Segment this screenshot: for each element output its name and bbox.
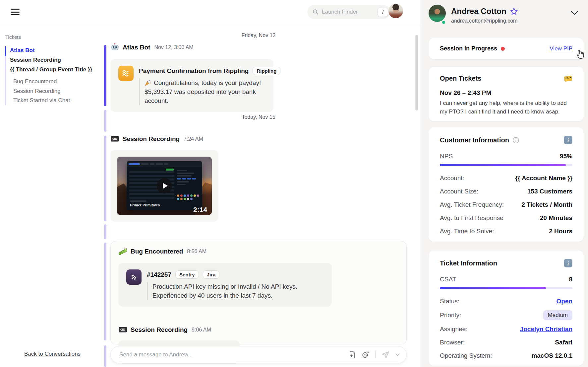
- row-label: Priority:: [440, 312, 461, 319]
- row-label: Avg. Time to Solve:: [440, 228, 494, 235]
- sidebar-item-atlas-bot[interactable]: Atlas Bot: [10, 47, 35, 54]
- customer-info-title: Customer Information: [440, 136, 509, 144]
- nps-label: NPS: [440, 153, 453, 160]
- bug-quote: Production API key missing or Invalid / …: [147, 282, 297, 300]
- info-row-account: Account: {{ Account Name }}: [440, 174, 572, 183]
- thread-rail: [104, 345, 106, 367]
- video-duration: 2:14: [193, 206, 207, 214]
- message-composer[interactable]: [110, 346, 407, 363]
- row-value: {{ Account Name }}: [515, 175, 572, 182]
- composer-divider: [375, 351, 376, 358]
- search-input[interactable]: Launch Finder /: [307, 5, 390, 19]
- info-outline-icon[interactable]: [512, 137, 519, 144]
- party-popper-icon: [145, 80, 151, 86]
- bug-line2-suffix: .: [271, 292, 272, 299]
- row-label: Avg. to First Response: [440, 214, 503, 222]
- nps-progress-track: [440, 164, 572, 166]
- customer-name: Andrea Cotton: [451, 7, 506, 16]
- thread-rail: [104, 243, 106, 340]
- collapse-panel-chevron-icon[interactable]: [571, 11, 578, 17]
- ticket-preview-text: I can never get any help, where is the a…: [440, 99, 572, 116]
- csat-progress-fill: [440, 287, 546, 289]
- sidebar-item-thread-title[interactable]: {{ Thread / Group Event Title }}: [10, 66, 92, 73]
- row-value: 153 Customers: [527, 188, 572, 195]
- row-value: Safari: [555, 339, 572, 346]
- info-row-first-response: Avg. to First Response 20 Minutes: [440, 214, 572, 222]
- info-row-ticket-frequency: Avg. Ticket Frequency: 2 Tickets / Month: [440, 200, 572, 209]
- attach-file-icon[interactable]: [349, 351, 356, 359]
- info-row-status: Status: Open: [440, 297, 572, 306]
- payment-line2: $5,393.17 was deposited into your bank a…: [145, 87, 280, 105]
- row-label: Account:: [440, 175, 464, 182]
- csat-progress-track: [440, 287, 572, 289]
- sidebar-active-indicator: [5, 46, 6, 56]
- chat-date-divider: Today, Nov 15: [110, 114, 407, 120]
- row-label: Status:: [440, 298, 459, 305]
- back-to-conversations-link[interactable]: Back to Conversations: [24, 351, 81, 357]
- send-icon[interactable]: [381, 351, 390, 359]
- open-tickets-card: Open Tickets Nov 26 – 2:43 PM I can neve…: [429, 67, 584, 121]
- sidebar-item-session-recording-2[interactable]: Session Recording: [13, 88, 61, 95]
- cassette-icon: [118, 325, 127, 334]
- thread-rail: [104, 136, 106, 221]
- emoji-add-icon[interactable]: [362, 351, 370, 359]
- row-value: 20 Minutes: [540, 214, 572, 222]
- bug-report-card[interactable]: #142257 Sentry Jira Production API key m…: [118, 263, 332, 307]
- robot-icon: [110, 43, 119, 52]
- video-thumbnail[interactable]: Primer Primitives 2:14: [117, 157, 212, 215]
- assignee-link[interactable]: Jocelyn Christian: [520, 326, 572, 333]
- customer-panel: Andrea Cotton andrea.cotton@rippling.com…: [420, 0, 588, 367]
- payment-card-title: Payment Confirmation from Rippling: [139, 67, 249, 75]
- open-tickets-title: Open Tickets: [440, 75, 481, 82]
- star-icon[interactable]: [510, 7, 518, 16]
- ticket-information-card: Ticket Information i CSAT 8 Status: Open…: [429, 251, 584, 366]
- chat-scrollbar[interactable]: [415, 35, 418, 110]
- customer-email: andrea.cotton@rippling.com: [451, 18, 517, 24]
- svg-text:i: i: [567, 260, 569, 267]
- csat-value: 8: [569, 276, 572, 283]
- message-input[interactable]: [119, 351, 343, 358]
- session-card: Session in Progress View PIP: [429, 38, 584, 59]
- send-options-chevron-icon[interactable]: [395, 353, 400, 356]
- status-open-link[interactable]: Open: [556, 298, 572, 305]
- play-button[interactable]: [157, 178, 172, 193]
- menu-icon[interactable]: [11, 9, 20, 16]
- sidebar-item-session-recording[interactable]: Session Recording: [10, 56, 61, 64]
- message-time: Nov 12, 3:00 AM: [154, 44, 193, 50]
- sidebar-item-ticket-started[interactable]: Ticket Started via Chat: [13, 97, 70, 104]
- ticket-info-title: Ticket Information: [440, 259, 497, 267]
- video-title: Primer Primitives: [130, 203, 160, 207]
- message-time: 9:06 AM: [192, 327, 211, 333]
- sidebar-item-bug-encountered[interactable]: Bug Encountered: [13, 78, 57, 85]
- row-label: Assignee:: [440, 326, 467, 333]
- info-emoji-icon: i: [564, 136, 572, 144]
- thread-rail: [104, 110, 106, 132]
- search-shortcut-key: /: [378, 8, 388, 17]
- message-time: 8:56 AM: [187, 249, 206, 255]
- message-sender: Atlas Bot: [123, 44, 150, 51]
- info-row-os: Operating System: macOS 12.0.1: [440, 351, 572, 360]
- row-value: macOS 12.0.1: [531, 352, 572, 359]
- row-value: 2 Tickets / Month: [521, 201, 572, 208]
- row-value: 2 Hours: [549, 228, 572, 235]
- info-emoji-icon: i: [564, 259, 572, 267]
- view-pip-link[interactable]: View PIP: [550, 45, 572, 52]
- priority-badge: Medium: [543, 310, 572, 320]
- bug-line2-link[interactable]: Experienced by 40 users in the last 7 da…: [152, 292, 271, 299]
- payment-confirmation-card[interactable]: Payment Confirmation from Rippling Rippl…: [110, 59, 273, 112]
- info-row-assignee: Assignee: Jocelyn Christian: [440, 325, 572, 333]
- ticket-icon: [564, 75, 572, 82]
- session-recording-card[interactable]: Primer Primitives 2:14: [110, 150, 218, 222]
- message-header-bug-encountered: Bug Encountered 8:56 AM: [118, 247, 206, 256]
- online-status-dot: [441, 20, 446, 25]
- avatar[interactable]: [388, 4, 403, 18]
- recording-dot: [501, 47, 505, 51]
- message-header-session-recording-2: Session Recording 9:06 AM: [118, 325, 211, 334]
- thread-rail: [104, 224, 106, 239]
- chat-date-divider: Friday, Nov 12: [110, 33, 407, 38]
- info-row-priority: Priority: Medium: [440, 310, 572, 320]
- svg-text:i: i: [567, 137, 569, 144]
- customer-avatar[interactable]: [429, 5, 446, 22]
- payment-line1: Congratulations, today is your payday!: [154, 78, 261, 87]
- sidebar-section-label: Tickets: [5, 34, 21, 40]
